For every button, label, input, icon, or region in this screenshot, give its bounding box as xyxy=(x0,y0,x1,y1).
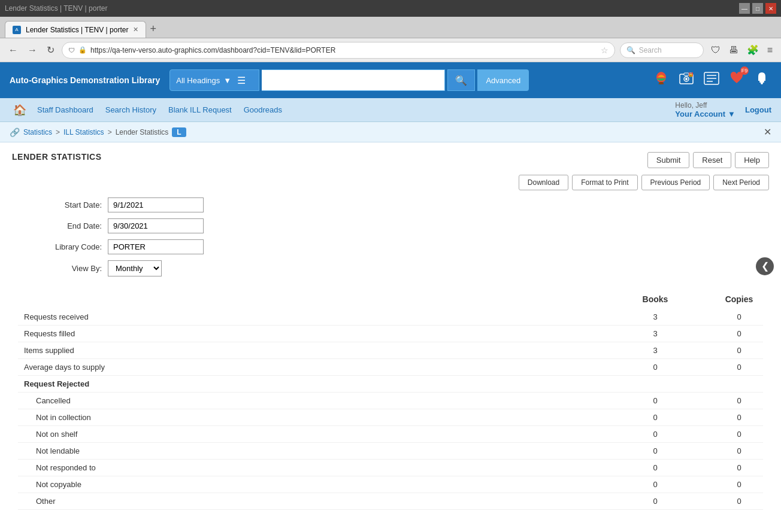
copies-value: 0 xyxy=(721,329,757,338)
download-button[interactable]: Download xyxy=(519,175,568,190)
list-icon xyxy=(703,70,720,87)
copies-value: 0 xyxy=(721,497,757,506)
bell-icon xyxy=(753,70,770,87)
new-tab-button[interactable]: + xyxy=(146,23,160,35)
browser-title: Lender Statistics | TENV | porter xyxy=(5,4,107,13)
list-icon-button[interactable] xyxy=(702,69,721,92)
books-value: 0 xyxy=(637,497,673,506)
copies-value: 0 xyxy=(721,463,757,472)
your-account-dropdown[interactable]: Your Account ▼ xyxy=(675,110,735,118)
stats-row: Items supplied 3 0 xyxy=(18,342,763,359)
search-input[interactable] xyxy=(262,69,445,91)
breadcrumb-ill-statistics[interactable]: ILL Statistics xyxy=(63,128,104,136)
url-text: https://qa-tenv-verso.auto-graphics.com/… xyxy=(90,46,597,54)
shield-tool-button[interactable]: 🛡 xyxy=(709,44,723,57)
breadcrumb-close-button[interactable]: ✕ xyxy=(764,126,771,138)
search-button[interactable]: 🔍 xyxy=(447,69,475,91)
stats-row-label: Cancelled xyxy=(24,396,637,405)
hello-text: Hello, Jeff xyxy=(675,101,735,110)
stats-col-headers: Books Copies xyxy=(637,294,757,304)
books-value: 0 xyxy=(637,480,673,489)
account-info: Hello, Jeff Your Account ▼ xyxy=(675,101,735,118)
headings-dropdown[interactable]: All Headings ▼ ☰ xyxy=(169,69,259,91)
breadcrumb-sep-1: > xyxy=(56,128,60,136)
stats-row-label: Request Rejected xyxy=(24,379,757,388)
books-value: 0 xyxy=(637,446,673,455)
forward-button[interactable]: → xyxy=(25,44,40,57)
start-date-input[interactable] xyxy=(108,197,204,212)
submit-button[interactable]: Submit xyxy=(647,152,689,168)
stats-row-label: Not lendable xyxy=(24,446,637,455)
stats-row-label: Requests filled xyxy=(24,329,637,338)
stats-values: 0 0 xyxy=(637,497,757,506)
logout-button[interactable]: Logout xyxy=(745,105,771,114)
extension-button[interactable]: 🧩 xyxy=(744,43,761,57)
end-date-label: End Date: xyxy=(36,221,102,230)
nav-goodreads[interactable]: Goodreads xyxy=(239,103,287,117)
stats-row: Requests received 3 0 xyxy=(18,309,763,326)
books-value: 3 xyxy=(637,346,673,355)
advanced-button[interactable]: Advanced xyxy=(477,69,529,91)
active-tab[interactable]: A Lender Statistics | TENV | porter ✕ xyxy=(5,21,146,38)
stats-row-label: Other xyxy=(24,497,637,506)
end-date-row: End Date: xyxy=(36,218,769,233)
breadcrumb-icon: 🔗 xyxy=(10,127,20,137)
stats-row: Average days to supply 0 0 xyxy=(18,359,763,376)
next-period-button[interactable]: Next Period xyxy=(713,175,769,190)
reset-button[interactable]: Reset xyxy=(693,152,731,168)
scroll-back-button[interactable]: ❮ xyxy=(756,257,774,275)
library-code-input[interactable] xyxy=(108,239,204,254)
app-header: Auto-Graphics Demonstration Library All … xyxy=(0,62,781,98)
stats-values: 3 0 xyxy=(637,312,757,321)
browser-search-box[interactable]: 🔍 Search xyxy=(620,42,704,58)
nav-blank-ill-request[interactable]: Blank ILL Request xyxy=(164,103,237,117)
search-placeholder: Search xyxy=(639,46,662,54)
home-button[interactable]: 🏠 xyxy=(10,102,30,118)
headings-label: All Headings xyxy=(176,76,220,85)
nav-search-history[interactable]: Search History xyxy=(101,103,161,117)
lock-icon: 🔒 xyxy=(78,46,87,54)
heart-icon-button[interactable]: F9 xyxy=(727,69,746,92)
stats-row: Not in collection 0 0 xyxy=(18,409,763,426)
stats-row-label: Not responded to xyxy=(24,463,637,472)
maximize-button[interactable]: □ xyxy=(752,3,763,14)
breadcrumb-bar: 🔗 Statistics > ILL Statistics > Lender S… xyxy=(0,122,781,142)
previous-period-button[interactable]: Previous Period xyxy=(641,175,710,190)
books-value: 0 xyxy=(637,463,673,472)
breadcrumb-lender-statistics: Lender Statistics xyxy=(116,128,169,136)
capture-icon-button[interactable]: 🔒 xyxy=(677,69,696,92)
account-section: Hello, Jeff Your Account ▼ Logout xyxy=(675,101,771,118)
stats-row-label: Not on shelf xyxy=(24,430,637,439)
view-by-select[interactable]: Monthly Weekly Daily Yearly xyxy=(108,260,162,276)
close-button[interactable]: ✕ xyxy=(765,3,776,14)
breadcrumb-statistics[interactable]: Statistics xyxy=(23,128,52,136)
stack-icon: ☰ xyxy=(237,75,246,86)
minimize-button[interactable]: — xyxy=(739,3,750,14)
stats-row: Not responded to 0 0 xyxy=(18,460,763,476)
notification-icon-button[interactable] xyxy=(752,69,771,92)
books-value: 0 xyxy=(637,413,673,422)
stats-row: Not lendable 0 0 xyxy=(18,443,763,460)
stats-values: 0 0 xyxy=(637,463,757,472)
address-box[interactable]: 🛡 🔒 https://qa-tenv-verso.auto-graphics.… xyxy=(62,42,615,59)
copies-value: 0 xyxy=(721,396,757,405)
refresh-button[interactable]: ↻ xyxy=(44,43,57,57)
stats-header-row: Books Copies xyxy=(18,294,763,304)
end-date-input[interactable] xyxy=(108,218,204,233)
format-to-print-button[interactable]: Format to Print xyxy=(572,175,637,190)
titlebar-controls: — □ ✕ xyxy=(739,3,776,14)
bookmark-icon[interactable]: ☆ xyxy=(601,45,609,55)
books-value: 3 xyxy=(637,312,673,321)
back-button[interactable]: ← xyxy=(6,44,20,57)
balloon-icon-button[interactable] xyxy=(652,69,671,92)
help-button[interactable]: Help xyxy=(735,152,769,168)
menu-button[interactable]: ≡ xyxy=(765,44,775,57)
print-button[interactable]: 🖶 xyxy=(726,44,741,57)
nav-staff-dashboard[interactable]: Staff Dashboard xyxy=(32,103,98,117)
tab-close-button[interactable]: ✕ xyxy=(133,26,138,34)
browser-titlebar: Lender Statistics | TENV | porter — □ ✕ xyxy=(0,0,781,17)
copies-value: 0 xyxy=(721,430,757,439)
form-section: Start Date: End Date: Library Code: View… xyxy=(36,197,769,276)
stats-row: Requests filled 3 0 xyxy=(18,326,763,342)
header-icons: 🔒 F9 xyxy=(652,69,771,92)
